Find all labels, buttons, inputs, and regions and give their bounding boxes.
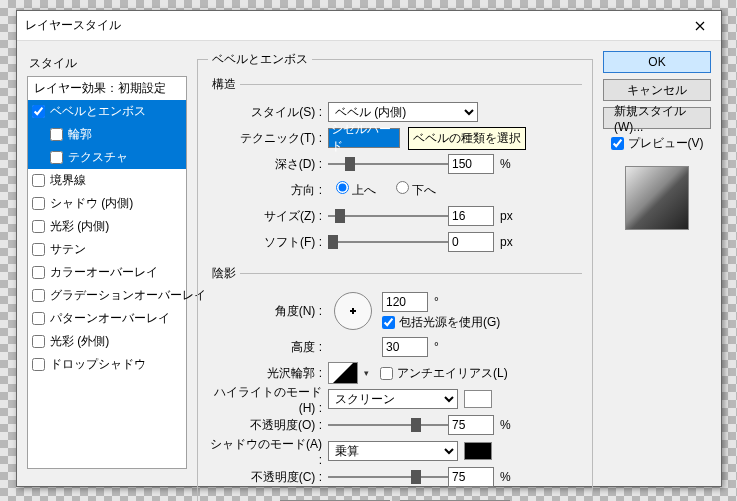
size-unit: px <box>500 209 513 223</box>
label-highlight-mode: ハイライトのモード(H) : <box>208 384 328 415</box>
gloss-contour-picker[interactable]: ▾ <box>328 362 358 384</box>
angle-input[interactable] <box>382 292 428 312</box>
titlebar: レイヤースタイル <box>17 11 721 41</box>
label-technique: テクニック(T) : <box>208 130 328 147</box>
highlight-opacity-slider[interactable] <box>328 422 448 428</box>
label-opacity-s: 不透明度(C) : <box>208 469 328 486</box>
size-slider[interactable] <box>328 213 448 219</box>
preview-option[interactable]: プレビュー(V) <box>603 135 711 152</box>
global-light-checkbox[interactable] <box>382 316 395 329</box>
checkbox-inner-shadow[interactable] <box>32 197 45 210</box>
highlight-mode-select[interactable]: スクリーン <box>328 389 458 409</box>
center-panel: ベベルとエンボス 構造 スタイル(S) : ベベル (内側) テクニック(T) … <box>197 51 593 476</box>
structure-legend: 構造 <box>208 76 240 93</box>
checkbox-texture[interactable] <box>50 151 63 164</box>
shadow-mode-select[interactable]: 乗算 <box>328 441 458 461</box>
checkbox-outer-glow[interactable] <box>32 335 45 348</box>
depth-unit: % <box>500 157 511 171</box>
global-light-option[interactable]: 包括光源を使用(G) <box>382 314 500 331</box>
style-list: レイヤー効果：初期設定 ベベルとエンボス 輪郭 テクスチャ 境界線 シャドウ (… <box>27 76 187 469</box>
sidebar-header: スタイル <box>27 51 187 76</box>
sidebar-item-drop-shadow[interactable]: ドロップシャドウ <box>28 353 186 376</box>
opacity-s-unit: % <box>500 470 511 484</box>
dir-down-option[interactable]: 下へ <box>388 181 436 199</box>
bevel-legend: ベベルとエンボス <box>208 51 312 68</box>
checkbox-inner-glow[interactable] <box>32 220 45 233</box>
altitude-unit: ° <box>434 340 439 354</box>
angle-unit: ° <box>434 295 439 309</box>
checkbox-drop-shadow[interactable] <box>32 358 45 371</box>
radio-up[interactable] <box>336 181 349 194</box>
soften-input[interactable] <box>448 232 494 252</box>
checkbox-bevel[interactable] <box>32 105 45 118</box>
sidebar-item-inner-shadow[interactable]: シャドウ (内側) <box>28 192 186 215</box>
checkbox-contour[interactable] <box>50 128 63 141</box>
label-opacity-h: 不透明度(O) : <box>208 417 328 434</box>
sidebar-item-bevel[interactable]: ベベルとエンボス <box>28 100 186 123</box>
sidebar-item-stroke[interactable]: 境界線 <box>28 169 186 192</box>
checkbox-pattern-overlay[interactable] <box>32 312 45 325</box>
label-shadow-mode: シャドウのモード(A) : <box>208 436 328 467</box>
sidebar-item-gradient-overlay[interactable]: グラデーションオーバーレイ <box>28 284 186 307</box>
sidebar-item-contour[interactable]: 輪郭 <box>28 123 186 146</box>
label-gloss: 光沢輪郭 : <box>208 365 328 382</box>
opacity-h-unit: % <box>500 418 511 432</box>
checkbox-stroke[interactable] <box>32 174 45 187</box>
soften-unit: px <box>500 235 513 249</box>
anti-alias-option[interactable]: アンチエイリアス(L) <box>380 365 508 382</box>
preview-swatch <box>625 166 689 230</box>
structure-group: 構造 スタイル(S) : ベベル (内側) テクニック(T) : シゼルハード … <box>208 76 582 259</box>
label-size: サイズ(Z) : <box>208 208 328 225</box>
style-select[interactable]: ベベル (内側) <box>328 102 478 122</box>
label-style: スタイル(S) : <box>208 104 328 121</box>
close-button[interactable] <box>679 11 721 41</box>
shadow-opacity-input[interactable] <box>448 467 494 487</box>
sidebar-item-texture[interactable]: テクスチャ <box>28 146 186 169</box>
checkbox-satin[interactable] <box>32 243 45 256</box>
sidebar-item-color-overlay[interactable]: カラーオーバーレイ <box>28 261 186 284</box>
sidebar-item-satin[interactable]: サテン <box>28 238 186 261</box>
label-angle: 角度(N) : <box>208 303 328 320</box>
shadow-color-swatch[interactable] <box>464 442 492 460</box>
soften-slider[interactable] <box>328 239 448 245</box>
sidebar-item-inner-glow[interactable]: 光彩 (内側) <box>28 215 186 238</box>
cancel-button[interactable]: キャンセル <box>603 79 711 101</box>
label-depth: 深さ(D) : <box>208 156 328 173</box>
sidebar-item-default[interactable]: レイヤー効果：初期設定 <box>28 77 186 100</box>
radio-down[interactable] <box>396 181 409 194</box>
technique-select[interactable]: シゼルハード <box>328 128 400 148</box>
dir-up-option[interactable]: 上へ <box>328 181 376 199</box>
label-altitude: 高度 : <box>208 339 328 356</box>
highlight-color-swatch[interactable] <box>464 390 492 408</box>
sidebar-item-pattern-overlay[interactable]: パターンオーバーレイ <box>28 307 186 330</box>
angle-dial[interactable] <box>334 292 372 330</box>
anti-alias-checkbox[interactable] <box>380 367 393 380</box>
sidebar-item-outer-glow[interactable]: 光彩 (外側) <box>28 330 186 353</box>
ok-button[interactable]: OK <box>603 51 711 73</box>
bevel-group: ベベルとエンボス 構造 スタイル(S) : ベベル (内側) テクニック(T) … <box>197 51 593 501</box>
layer-style-dialog: レイヤースタイル スタイル レイヤー効果：初期設定 ベベルとエンボス 輪郭 テク… <box>16 10 722 487</box>
shading-group: 陰影 角度(N) : ° 包括光源を使用(G) 高度 <box>208 265 582 494</box>
label-direction: 方向 : <box>208 182 328 199</box>
checkbox-color-overlay[interactable] <box>32 266 45 279</box>
depth-slider[interactable] <box>328 161 448 167</box>
close-icon <box>695 21 705 31</box>
chevron-down-icon: ▾ <box>364 368 369 378</box>
checkbox-gradient-overlay[interactable] <box>32 289 45 302</box>
shadow-opacity-slider[interactable] <box>328 474 448 480</box>
highlight-opacity-input[interactable] <box>448 415 494 435</box>
altitude-input[interactable] <box>382 337 428 357</box>
dialog-title: レイヤースタイル <box>25 17 121 34</box>
preview-checkbox[interactable] <box>611 137 624 150</box>
new-style-button[interactable]: 新規スタイル(W)... <box>603 107 711 129</box>
size-input[interactable] <box>448 206 494 226</box>
depth-input[interactable] <box>448 154 494 174</box>
label-soften: ソフト(F) : <box>208 234 328 251</box>
technique-tooltip: ベベルの種類を選択 <box>408 127 526 150</box>
styles-sidebar: スタイル レイヤー効果：初期設定 ベベルとエンボス 輪郭 テクスチャ 境界線 シ… <box>27 51 187 476</box>
right-panel: OK キャンセル 新規スタイル(W)... プレビュー(V) <box>603 51 711 476</box>
shading-legend: 陰影 <box>208 265 240 282</box>
